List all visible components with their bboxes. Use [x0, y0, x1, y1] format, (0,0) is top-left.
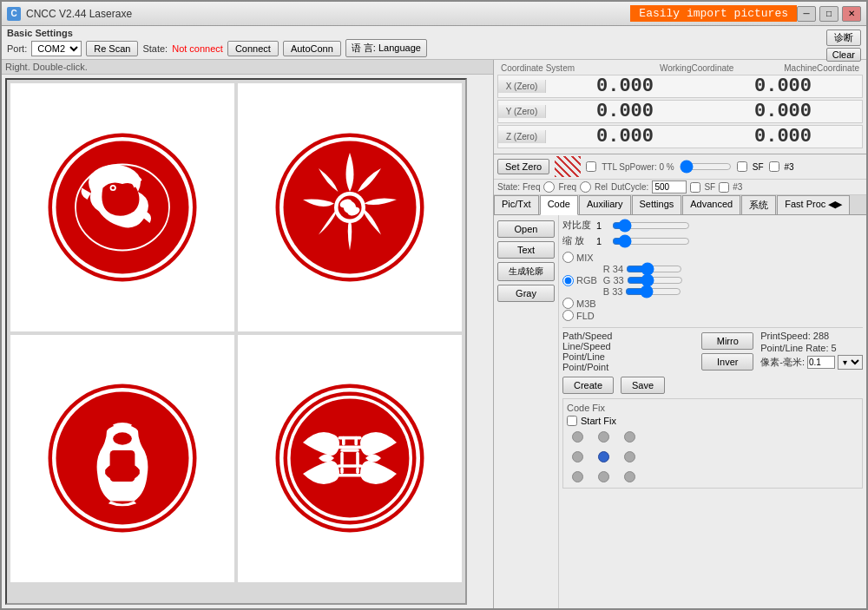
gray-button[interactable]: Gray: [497, 285, 555, 302]
svg-rect-30: [338, 464, 363, 468]
s3-checkbox[interactable]: [769, 161, 779, 172]
dot-0-0[interactable]: [572, 431, 583, 443]
sf-checkbox[interactable]: [737, 161, 747, 172]
maximize-button[interactable]: □: [819, 6, 838, 22]
rel-radio[interactable]: [580, 181, 591, 193]
fld-label: FLD: [576, 311, 595, 321]
scale-slider[interactable]: [612, 235, 690, 247]
tab-advanced[interactable]: Advanced: [682, 195, 740, 214]
diagonal-decoration: [555, 156, 581, 177]
fld-radio[interactable]: [562, 310, 574, 321]
title-bar: C CNCC V2.44 Laseraxe Easily import pict…: [2, 2, 866, 26]
coord-system-label: Coordinate System: [501, 63, 575, 73]
freq-radio[interactable]: [543, 181, 555, 193]
dutcycle-input[interactable]: [652, 180, 687, 193]
canvas-hint: Right. Double-click.: [2, 60, 493, 75]
create-save-row: Create Save: [562, 377, 863, 394]
start-fix-checkbox[interactable]: [567, 416, 577, 426]
connection-status: Not connect: [172, 43, 223, 54]
sf2-checkbox[interactable]: [690, 182, 700, 193]
save-button[interactable]: Save: [621, 377, 665, 394]
svg-rect-32: [356, 468, 359, 474]
mix-radio[interactable]: [562, 252, 574, 263]
mirro-button[interactable]: Mirro: [701, 332, 753, 350]
y-zero-button[interactable]: Y (Zero): [498, 105, 546, 118]
contrast-slider[interactable]: [612, 220, 690, 232]
s3-2-checkbox[interactable]: [719, 182, 729, 193]
svg-point-18: [113, 433, 132, 445]
z-coord-row: Z (Zero) 0.000 0.000: [497, 125, 863, 148]
language-button[interactable]: 语 言: Language: [345, 39, 427, 57]
ttl-checkbox[interactable]: [586, 161, 596, 172]
tab-pic-txt[interactable]: Pic/Txt: [494, 195, 539, 214]
svg-rect-25: [354, 436, 358, 446]
svg-rect-23: [339, 436, 362, 440]
point-point-label: Point/Point: [562, 362, 694, 372]
svg-rect-33: [338, 474, 363, 477]
state-freq-label: State: Freq: [497, 182, 540, 192]
y-working-value: 0.000: [546, 101, 704, 122]
b-slider[interactable]: [625, 286, 681, 297]
autoconn-button[interactable]: AutoConn: [283, 41, 341, 56]
b-val: 33: [612, 286, 622, 297]
sf2-label: SF: [704, 182, 715, 192]
window-controls[interactable]: ─ □ ✕: [797, 6, 861, 22]
z-working-value: 0.000: [546, 126, 704, 148]
tab-system[interactable]: 系统: [741, 195, 776, 214]
image-dragon: [10, 83, 234, 331]
scale-label: 缩 放: [562, 234, 593, 247]
x-machine-value: 0.000: [704, 75, 862, 97]
m3b-radio[interactable]: [562, 298, 574, 309]
y-machine-value: 0.000: [704, 101, 862, 122]
image-longevity: [238, 335, 462, 583]
b-label: B: [603, 286, 609, 297]
set-zero-button[interactable]: Set Zero: [497, 159, 549, 174]
svg-point-21: [284, 392, 417, 525]
minimize-button[interactable]: ─: [797, 6, 816, 22]
code-fix-title: Code Fix: [567, 403, 858, 413]
tab-fast-proc[interactable]: Fast Proc ◀▶: [777, 195, 850, 214]
text-button[interactable]: Text: [497, 241, 555, 259]
pixel-mm-select[interactable]: ▾: [838, 355, 863, 370]
generate-outline-button[interactable]: 生成轮廓: [497, 262, 555, 281]
dot-1-2[interactable]: [624, 451, 635, 462]
dot-2-1[interactable]: [598, 471, 609, 482]
promo-banner: Easily import pictures: [630, 5, 797, 22]
x-zero-button[interactable]: X (Zero): [498, 80, 546, 93]
ttl-slider[interactable]: [680, 161, 732, 172]
z-zero-button[interactable]: Z (Zero): [498, 130, 546, 143]
dot-2-0[interactable]: [572, 471, 583, 482]
port-label: Port:: [7, 43, 27, 54]
pixel-mm-input[interactable]: [807, 356, 835, 369]
port-select[interactable]: COM2 COM1 COM3: [31, 41, 82, 56]
g-label: G: [603, 275, 611, 285]
close-button[interactable]: ✕: [842, 6, 861, 22]
dot-0-1[interactable]: [598, 431, 609, 443]
dot-1-0[interactable]: [572, 451, 583, 462]
dot-1-1-selected[interactable]: [598, 451, 609, 462]
svg-rect-24: [342, 436, 345, 446]
rgb-label: RGB: [576, 275, 597, 285]
contrast-val: 1: [596, 220, 608, 231]
create-button[interactable]: Create: [562, 377, 614, 394]
r-val: 34: [613, 264, 623, 274]
inver-button[interactable]: Inver: [701, 353, 753, 371]
s3-2-label: #3: [733, 182, 742, 192]
path-speed-label: Path/Speed: [562, 331, 694, 341]
dot-0-2[interactable]: [624, 431, 635, 443]
rgb-radio[interactable]: [562, 275, 574, 286]
diagnose-button[interactable]: 诊断: [826, 30, 861, 46]
open-button[interactable]: Open: [497, 220, 555, 238]
svg-rect-26: [336, 446, 364, 449]
dutcycle-label: DutCycle:: [611, 182, 648, 192]
machine-coord-label: MachineCoordinate: [784, 63, 859, 73]
connect-button[interactable]: Connect: [227, 41, 279, 56]
dot-2-2[interactable]: [624, 471, 635, 482]
tab-auxiliary[interactable]: Auxiliary: [579, 195, 631, 214]
point-line-rate-label: Point/Line Rate: 5: [760, 343, 863, 353]
tab-settings[interactable]: Settings: [632, 195, 682, 214]
clear-button[interactable]: Clear: [826, 48, 861, 62]
tab-code[interactable]: Code: [540, 195, 578, 215]
coordinate-section: Coordinate System WorkingCoordinate Mach…: [494, 60, 866, 154]
rescan-button[interactable]: Re Scan: [86, 41, 138, 56]
